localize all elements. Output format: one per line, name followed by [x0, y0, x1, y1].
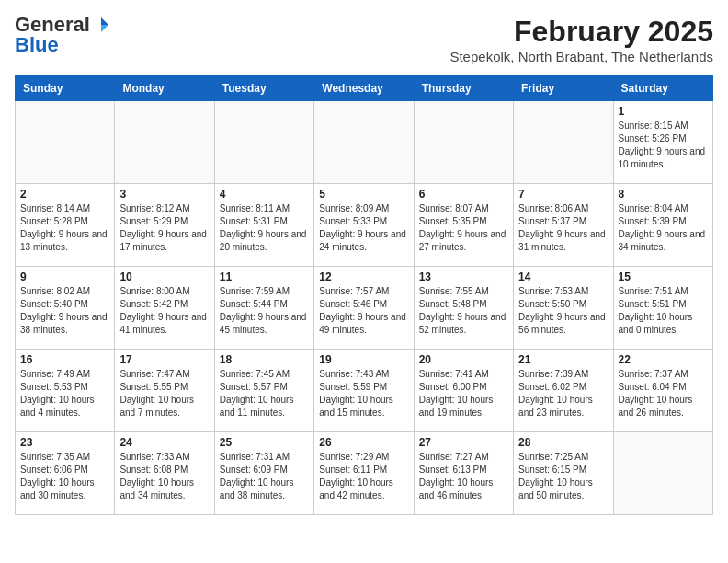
- day-info: Sunrise: 7:53 AMSunset: 5:50 PMDaylight:…: [518, 285, 608, 337]
- svg-marker-1: [101, 25, 108, 32]
- calendar-cell: 24Sunrise: 7:33 AMSunset: 6:08 PMDayligh…: [115, 432, 214, 515]
- day-number: 6: [419, 188, 508, 201]
- day-info: Sunrise: 7:49 AMSunset: 5:53 PMDaylight:…: [20, 368, 109, 419]
- day-number: 14: [518, 270, 608, 283]
- calendar-cell: 13Sunrise: 7:55 AMSunset: 5:48 PMDayligh…: [414, 267, 513, 350]
- calendar-cell: [414, 101, 513, 184]
- calendar-table: Sunday Monday Tuesday Wednesday Thursday…: [15, 75, 713, 515]
- day-info: Sunrise: 8:06 AMSunset: 5:37 PMDaylight:…: [518, 202, 608, 254]
- day-info: Sunrise: 7:29 AMSunset: 6:11 PMDaylight:…: [319, 451, 408, 502]
- day-number: 20: [419, 353, 508, 366]
- day-number: 2: [20, 188, 109, 201]
- day-info: Sunrise: 7:25 AMSunset: 6:15 PMDaylight:…: [518, 451, 608, 502]
- day-info: Sunrise: 7:35 AMSunset: 6:06 PMDaylight:…: [20, 451, 109, 502]
- day-info: Sunrise: 7:33 AMSunset: 6:08 PMDaylight:…: [119, 451, 209, 502]
- day-info: Sunrise: 7:37 AMSunset: 6:04 PMDaylight:…: [619, 368, 708, 419]
- calendar-week-row: 9Sunrise: 8:02 AMSunset: 5:40 PMDaylight…: [16, 267, 713, 350]
- calendar-cell: 12Sunrise: 7:57 AMSunset: 5:46 PMDayligh…: [314, 267, 414, 350]
- day-info: Sunrise: 7:41 AMSunset: 6:00 PMDaylight:…: [419, 368, 508, 419]
- day-info: Sunrise: 8:14 AMSunset: 5:28 PMDaylight:…: [20, 202, 109, 254]
- calendar-cell: 6Sunrise: 8:07 AMSunset: 5:35 PMDaylight…: [414, 184, 513, 267]
- calendar-cell: 26Sunrise: 7:29 AMSunset: 6:11 PMDayligh…: [314, 432, 414, 515]
- calendar-cell: [613, 432, 712, 515]
- day-number: 24: [119, 436, 209, 449]
- logo: General Blue: [15, 15, 110, 55]
- calendar-cell: 21Sunrise: 7:39 AMSunset: 6:02 PMDayligh…: [514, 350, 613, 432]
- calendar-cell: [514, 101, 613, 184]
- day-info: Sunrise: 8:02 AMSunset: 5:40 PMDaylight:…: [20, 285, 109, 337]
- day-info: Sunrise: 8:15 AMSunset: 5:26 PMDaylight:…: [619, 120, 708, 171]
- day-number: 22: [619, 353, 708, 366]
- day-number: 11: [220, 270, 309, 283]
- calendar-cell: 7Sunrise: 8:06 AMSunset: 5:37 PMDaylight…: [514, 184, 613, 267]
- calendar-cell: 20Sunrise: 7:41 AMSunset: 6:00 PMDayligh…: [414, 350, 513, 432]
- header-saturday: Saturday: [613, 76, 712, 101]
- day-info: Sunrise: 8:12 AMSunset: 5:29 PMDaylight:…: [119, 202, 209, 254]
- day-info: Sunrise: 8:11 AMSunset: 5:31 PMDaylight:…: [220, 202, 309, 254]
- day-info: Sunrise: 8:07 AMSunset: 5:35 PMDaylight:…: [419, 202, 508, 254]
- day-number: 4: [220, 188, 309, 201]
- day-number: 19: [319, 353, 408, 366]
- day-info: Sunrise: 7:59 AMSunset: 5:44 PMDaylight:…: [220, 285, 309, 337]
- day-info: Sunrise: 8:04 AMSunset: 5:39 PMDaylight:…: [619, 202, 708, 254]
- header-monday: Monday: [115, 76, 214, 101]
- header: General Blue February 2025 Stepekolk, No…: [15, 15, 713, 64]
- day-info: Sunrise: 8:09 AMSunset: 5:33 PMDaylight:…: [319, 202, 408, 254]
- day-info: Sunrise: 7:27 AMSunset: 6:13 PMDaylight:…: [419, 451, 508, 502]
- calendar-week-row: 1Sunrise: 8:15 AMSunset: 5:26 PMDaylight…: [16, 101, 713, 184]
- day-number: 12: [319, 270, 408, 283]
- header-wednesday: Wednesday: [314, 76, 414, 101]
- day-info: Sunrise: 7:51 AMSunset: 5:51 PMDaylight:…: [619, 285, 708, 337]
- month-year-title: February 2025: [449, 15, 713, 49]
- logo-general-text: General: [15, 15, 90, 35]
- calendar-cell: 5Sunrise: 8:09 AMSunset: 5:33 PMDaylight…: [314, 184, 414, 267]
- logo-blue-text: Blue: [15, 35, 59, 55]
- day-number: 5: [319, 188, 408, 201]
- calendar-week-row: 23Sunrise: 7:35 AMSunset: 6:06 PMDayligh…: [16, 432, 713, 515]
- calendar-cell: 2Sunrise: 8:14 AMSunset: 5:28 PMDaylight…: [16, 184, 115, 267]
- calendar-cell: [214, 101, 313, 184]
- calendar-cell: 23Sunrise: 7:35 AMSunset: 6:06 PMDayligh…: [16, 432, 115, 515]
- calendar-week-row: 16Sunrise: 7:49 AMSunset: 5:53 PMDayligh…: [16, 350, 713, 432]
- day-info: Sunrise: 7:39 AMSunset: 6:02 PMDaylight:…: [518, 368, 608, 419]
- day-number: 21: [518, 353, 608, 366]
- calendar-cell: 27Sunrise: 7:27 AMSunset: 6:13 PMDayligh…: [414, 432, 513, 515]
- svg-marker-0: [101, 17, 108, 25]
- calendar-cell: [314, 101, 414, 184]
- calendar-cell: 28Sunrise: 7:25 AMSunset: 6:15 PMDayligh…: [514, 432, 613, 515]
- calendar-cell: 4Sunrise: 8:11 AMSunset: 5:31 PMDaylight…: [214, 184, 313, 267]
- day-info: Sunrise: 7:31 AMSunset: 6:09 PMDaylight:…: [220, 451, 309, 502]
- calendar-cell: 1Sunrise: 8:15 AMSunset: 5:26 PMDaylight…: [613, 101, 712, 184]
- calendar-cell: 22Sunrise: 7:37 AMSunset: 6:04 PMDayligh…: [613, 350, 712, 432]
- calendar-cell: 10Sunrise: 8:00 AMSunset: 5:42 PMDayligh…: [115, 267, 214, 350]
- day-number: 7: [518, 188, 608, 201]
- header-sunday: Sunday: [16, 76, 115, 101]
- day-number: 9: [20, 270, 109, 283]
- day-number: 25: [220, 436, 309, 449]
- calendar-cell: 8Sunrise: 8:04 AMSunset: 5:39 PMDaylight…: [613, 184, 712, 267]
- title-section: February 2025 Stepekolk, North Brabant, …: [449, 15, 713, 64]
- calendar-header-row: Sunday Monday Tuesday Wednesday Thursday…: [16, 76, 713, 101]
- day-number: 26: [319, 436, 408, 449]
- day-number: 23: [20, 436, 109, 449]
- calendar-cell: 15Sunrise: 7:51 AMSunset: 5:51 PMDayligh…: [613, 267, 712, 350]
- calendar-cell: [16, 101, 115, 184]
- day-number: 17: [119, 353, 209, 366]
- logo-flag-icon: [92, 16, 110, 34]
- calendar-cell: 14Sunrise: 7:53 AMSunset: 5:50 PMDayligh…: [514, 267, 613, 350]
- header-thursday: Thursday: [414, 76, 513, 101]
- day-number: 3: [119, 188, 209, 201]
- day-number: 27: [419, 436, 508, 449]
- day-info: Sunrise: 8:00 AMSunset: 5:42 PMDaylight:…: [119, 285, 209, 337]
- calendar-cell: 18Sunrise: 7:45 AMSunset: 5:57 PMDayligh…: [214, 350, 313, 432]
- day-number: 1: [619, 105, 708, 118]
- calendar-week-row: 2Sunrise: 8:14 AMSunset: 5:28 PMDaylight…: [16, 184, 713, 267]
- day-info: Sunrise: 7:43 AMSunset: 5:59 PMDaylight:…: [319, 368, 408, 419]
- calendar-cell: [115, 101, 214, 184]
- day-number: 28: [518, 436, 608, 449]
- day-info: Sunrise: 7:55 AMSunset: 5:48 PMDaylight:…: [419, 285, 508, 337]
- day-info: Sunrise: 7:47 AMSunset: 5:55 PMDaylight:…: [119, 368, 209, 419]
- day-number: 10: [119, 270, 209, 283]
- day-number: 13: [419, 270, 508, 283]
- header-tuesday: Tuesday: [214, 76, 313, 101]
